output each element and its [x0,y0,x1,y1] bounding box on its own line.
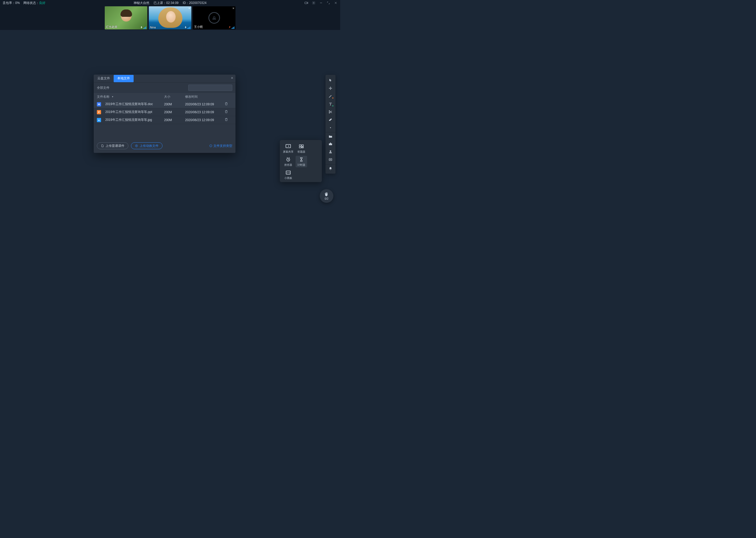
tool-label: 答题器 [298,150,305,154]
file-row[interactable]: ▲2019年工作汇报情况查询等等.jpg 200M 2020/06/23 12:… [94,116,235,124]
packet-loss: 丢包率：0% [3,1,20,5]
search-input[interactable] [188,84,232,91]
toolbox-tool[interactable] [327,140,334,148]
screen-share-icon [285,144,292,149]
doc-icon: W [97,102,101,106]
svg-point-1 [313,2,314,3]
sort-caret-icon: ▼ [112,96,114,98]
participant-name: Nina [150,26,156,29]
scissors-tool[interactable] [327,108,334,116]
file-row[interactable]: W2019年工作汇报情况查询等等.doc 200M 2020/06/23 12:… [94,100,235,108]
video-tile[interactable]: 叮当老师 [105,6,147,29]
file-size: 200M [164,118,185,122]
text-tool[interactable] [327,100,334,108]
modal-tabs: 云盘文件 本地文件 ✕ [94,75,235,82]
svg-rect-25 [302,145,304,146]
trash-icon[interactable] [224,118,228,121]
close-icon[interactable]: ✕ [188,7,190,10]
folder-tool[interactable] [325,132,336,140]
tool-blackboard[interactable]: 2+3 小黑板 [282,169,294,181]
file-time: 2020/06/23 12:09:09 [185,118,224,122]
raise-hand-count: 0/2 [325,197,328,200]
file-name: 2019年工作汇报情况查询等等.ppt [105,110,152,114]
user-tool[interactable] [327,148,334,156]
video-strip: 叮当老师 ✕ Nina ✕ 王小明 [0,6,340,30]
svg-rect-10 [213,19,216,20]
eraser-tool[interactable] [327,116,334,124]
move-tool[interactable] [327,84,334,92]
video-tile[interactable]: ✕ Nina [149,6,191,29]
col-filename[interactable]: 文件名称▼ [97,94,164,99]
tab-local-files[interactable]: 本地文件 [114,75,134,82]
pointer-tool[interactable] [327,77,334,84]
svg-point-22 [331,159,331,160]
room-id: ID：2020070324 [183,1,207,5]
tool-screen-share[interactable]: 屏幕共享 [282,143,294,154]
tool-label: 抢答器 [284,163,292,167]
svg-rect-26 [299,146,301,148]
svg-rect-0 [305,2,307,4]
tool-quiz[interactable]: 答题器 [296,143,307,154]
network-status: 网络状态：良好 [24,1,45,5]
laser-tool[interactable] [327,124,334,132]
tab-cloud-files[interactable]: 云盘文件 [94,75,114,82]
blackboard-icon: 2+3 [285,170,292,175]
scope-label[interactable]: 全部文件 [97,86,110,90]
bell-clock-icon [285,157,292,162]
svg-marker-13 [329,79,332,82]
ppt-icon: P [97,110,101,114]
minimize-icon[interactable] [319,1,323,5]
svg-rect-17 [329,143,332,145]
file-icon [101,144,104,147]
video-tile[interactable]: ✕ 王小明 [193,6,235,29]
svg-text:2+3: 2+3 [287,172,290,174]
raise-hand-button[interactable]: 0/2 [320,189,333,203]
camera-icon[interactable] [305,1,308,5]
svg-point-18 [330,150,331,152]
settings-icon[interactable] [312,1,315,5]
participant-name: 叮当老师 [106,25,117,29]
file-time: 2020/06/23 12:09:09 [185,110,224,114]
svg-rect-24 [299,145,301,146]
bell-tool[interactable] [325,164,336,172]
col-time[interactable]: 修改时间 [185,94,224,99]
elapsed-time: 已上课：02:34:09 [154,1,178,5]
info-icon [209,144,213,147]
right-toolbar [325,75,336,174]
chat-tool[interactable] [327,156,334,164]
tool-timer[interactable]: 计时器 [296,156,307,167]
close-window-icon[interactable] [334,1,338,5]
search-field[interactable] [192,86,231,89]
file-modal: 云盘文件 本地文件 ✕ 全部文件 文件名称▼ 大小 修改时间 W2019年工作汇… [94,75,235,153]
pencil-tool[interactable] [327,92,334,100]
svg-point-20 [330,159,330,160]
file-row[interactable]: P2019年工作汇报情况查询等等.ppt 200M 2020/06/23 12:… [94,108,235,116]
mic-status [184,26,190,29]
close-icon[interactable]: ✕ [232,7,234,10]
camera-off-icon [209,12,220,24]
image-icon: ▲ [97,118,101,122]
trash-icon[interactable] [224,110,228,114]
upload-normal-button[interactable]: 上传普通课件 [97,142,128,149]
file-name: 2019年工作汇报情况查询等等.jpg [105,118,152,122]
tool-label: 小黑板 [284,176,292,180]
mic-status [140,26,146,29]
hand-icon [324,192,329,197]
room-title: 神秘大自然 [134,1,149,5]
trash-icon[interactable] [224,102,228,106]
topbar: 丢包率：0% 网络状态：良好 神秘大自然 已上课：02:34:09 ID：202… [0,0,340,6]
upload-dynamic-button[interactable]: 上传动效文件 [131,142,163,149]
file-size: 200M [164,102,185,106]
svg-rect-5 [141,26,142,27]
col-size[interactable]: 大小 [164,94,185,99]
modal-footer: 上传普通课件 上传动效文件 文件支持类型 [94,140,235,153]
supported-types-link[interactable]: 文件支持类型 [209,144,232,148]
tools-popup: 屏幕共享 答题器 抢答器 计时器 2+3 小黑板 [280,140,322,182]
tool-answerer[interactable]: 抢答器 [282,156,294,167]
maximize-icon[interactable] [327,1,330,5]
tool-label: 屏幕共享 [283,150,294,154]
close-icon[interactable]: ✕ [231,76,233,80]
play-circle-icon [135,144,138,147]
file-name: 2019年工作汇报情况查询等等.doc [105,102,153,106]
participant-name: 王小明 [194,25,203,29]
